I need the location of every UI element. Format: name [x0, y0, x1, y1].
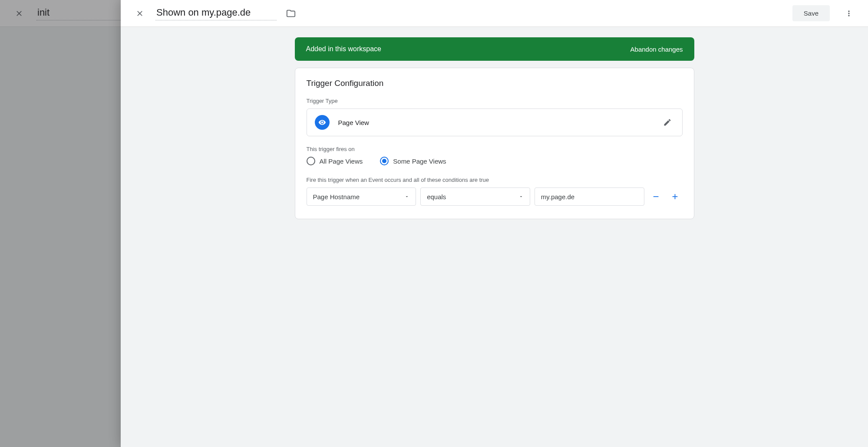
- condition-row: Page Hostname equals − +: [307, 187, 683, 206]
- chevron-down-icon: [518, 194, 524, 199]
- condition-operator-value: equals: [427, 193, 446, 200]
- trigger-type-box[interactable]: Page View: [307, 108, 683, 136]
- trigger-name-input[interactable]: [155, 6, 277, 20]
- conditions-label: Fire this trigger when an Event occurs a…: [307, 177, 683, 183]
- condition-value-input[interactable]: [535, 187, 644, 206]
- folder-icon[interactable]: [284, 6, 298, 21]
- fires-on-radio-group: All Page Views Some Page Views: [307, 157, 683, 165]
- save-button[interactable]: Save: [792, 5, 830, 21]
- panel-header: Save: [121, 0, 868, 27]
- banner-text: Added in this workspace: [306, 45, 381, 53]
- trigger-type-name: Page View: [338, 119, 652, 126]
- close-icon[interactable]: [131, 5, 149, 22]
- condition-variable-value: Page Hostname: [313, 193, 360, 200]
- radio-all-label: All Page Views: [320, 158, 363, 165]
- condition-variable-select[interactable]: Page Hostname: [307, 187, 416, 206]
- radio-some-page-views[interactable]: Some Page Views: [380, 157, 446, 165]
- abandon-changes-button[interactable]: Abandon changes: [630, 46, 683, 53]
- more-menu-icon[interactable]: [840, 5, 858, 22]
- condition-operator-select[interactable]: equals: [420, 187, 530, 206]
- edit-icon[interactable]: [660, 115, 674, 129]
- fires-on-label: This trigger fires on: [307, 146, 683, 152]
- add-condition-button[interactable]: +: [668, 189, 683, 204]
- remove-condition-button[interactable]: −: [649, 189, 663, 204]
- radio-some-label: Some Page Views: [393, 158, 446, 165]
- radio-all-page-views[interactable]: All Page Views: [307, 157, 363, 165]
- panel-body: Added in this workspace Abandon changes …: [121, 27, 868, 447]
- workspace-banner: Added in this workspace Abandon changes: [295, 37, 694, 61]
- page-view-icon: [315, 115, 330, 130]
- trigger-editor-panel: Save Added in this workspace Abandon cha…: [121, 0, 868, 447]
- trigger-config-card: Trigger Configuration Trigger Type Page …: [295, 68, 694, 219]
- trigger-config-heading: Trigger Configuration: [307, 79, 683, 88]
- chevron-down-icon: [404, 194, 409, 199]
- trigger-type-label: Trigger Type: [307, 98, 683, 104]
